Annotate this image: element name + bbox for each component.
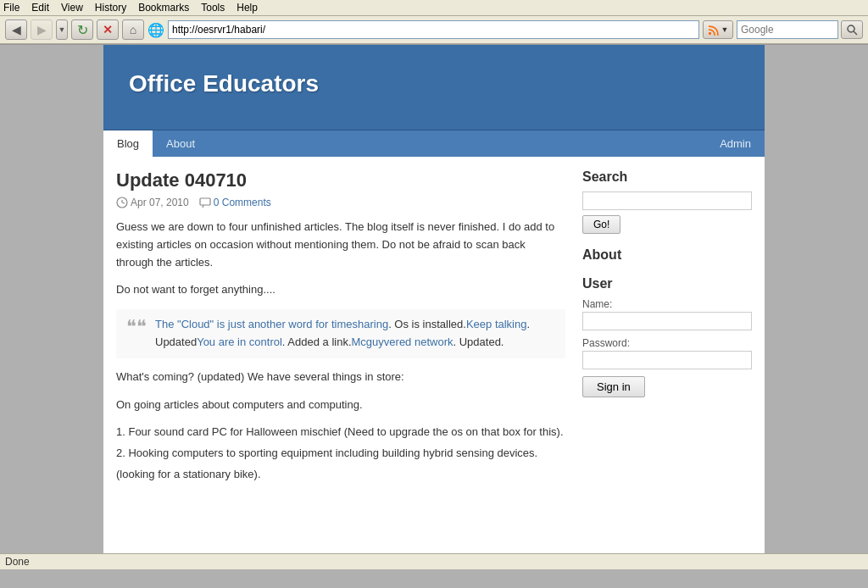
name-input[interactable] xyxy=(582,312,752,330)
sidebar-search-title: Search xyxy=(582,169,752,185)
quote-link-2[interactable]: Keep talking xyxy=(466,318,527,330)
site-header: Office Educators xyxy=(103,45,765,130)
sidebar-user-title: User xyxy=(582,276,752,291)
history-dropdown[interactable]: ▼ xyxy=(56,19,68,40)
clock-icon xyxy=(116,197,128,208)
site-title: Office Educators xyxy=(129,70,748,97)
browser-search-input[interactable] xyxy=(737,20,838,39)
search-bar xyxy=(737,20,863,39)
quote-text-3: . Added a link. xyxy=(282,336,352,348)
post-date: Apr 07, 2010 xyxy=(131,197,189,208)
post-body-2: Do not want to forget anything.... xyxy=(116,281,565,299)
post-item-3: (looking for a stationary bike). xyxy=(116,466,565,484)
signin-button[interactable]: Sign in xyxy=(582,376,645,397)
quote-content: The "Cloud" is just another word for tim… xyxy=(155,316,555,352)
content-wrapper: Update 040710 Apr 07, 2010 0 Comments xyxy=(103,157,765,500)
post-body-4: On going articles about computers and co… xyxy=(116,397,565,414)
svg-rect-0 xyxy=(709,32,711,35)
password-input[interactable] xyxy=(582,351,752,369)
comment-icon xyxy=(199,197,211,208)
name-label: Name: xyxy=(582,298,752,310)
post-item-2: 2. Hooking computers to sporting equipme… xyxy=(116,445,565,463)
sidebar-about-title: About xyxy=(582,247,752,263)
post-meta: Apr 07, 2010 0 Comments xyxy=(116,197,565,208)
home-button[interactable]: ⌂ xyxy=(122,19,144,40)
password-label: Password: xyxy=(582,337,752,349)
main-content: Update 040710 Apr 07, 2010 0 Comments xyxy=(116,169,565,487)
menu-bookmarks[interactable]: Bookmarks xyxy=(138,2,189,14)
menu-bar: File Edit View History Bookmarks Tools H… xyxy=(0,0,868,16)
browser-search-button[interactable] xyxy=(841,20,863,39)
svg-point-1 xyxy=(848,25,854,32)
page-wrapper: Office Educators Blog About Admin Update… xyxy=(103,45,765,553)
search-icon xyxy=(846,24,858,36)
sidebar: Search Go! About User Name: Password: Si… xyxy=(582,169,752,487)
status-bar: Done xyxy=(0,553,868,569)
post-body-3: What's coming? (updated) We have several… xyxy=(116,369,565,386)
sidebar-search-input[interactable] xyxy=(582,191,752,210)
sidebar-user-section: User Name: Password: Sign in xyxy=(582,276,752,397)
browser-chrome: File Edit View History Bookmarks Tools H… xyxy=(0,0,868,45)
menu-help[interactable]: Help xyxy=(236,2,258,14)
address-bar: 🌐 ▼ xyxy=(147,20,733,39)
menu-history[interactable]: History xyxy=(95,2,126,14)
post-item-1: 1. Four sound card PC for Halloween misc… xyxy=(116,424,565,441)
quote-link-1[interactable]: The "Cloud" is just another word for tim… xyxy=(155,318,388,330)
menu-edit[interactable]: Edit xyxy=(31,2,49,14)
rss-button[interactable]: ▼ xyxy=(703,20,733,39)
post-title: Update 040710 xyxy=(116,169,565,191)
quote-text-4: . Updated. xyxy=(453,336,504,348)
back-button[interactable]: ◀ xyxy=(5,19,27,40)
sidebar-about-section: About xyxy=(582,247,752,263)
nav-blog[interactable]: Blog xyxy=(103,130,153,157)
page-icon: 🌐 xyxy=(147,22,164,38)
status-text: Done xyxy=(5,556,30,568)
item-1-text: 1. Four sound card PC for Halloween misc… xyxy=(116,425,564,438)
site-nav: Blog About Admin xyxy=(103,130,765,157)
item-2-text: 2. Hooking computers to sporting equipme… xyxy=(116,447,537,459)
address-input[interactable] xyxy=(168,20,699,39)
stop-button[interactable]: ✕ xyxy=(97,19,119,40)
forward-button[interactable]: ▶ xyxy=(31,19,53,40)
menu-tools[interactable]: Tools xyxy=(201,2,225,14)
sidebar-search-button[interactable]: Go! xyxy=(582,215,620,234)
svg-rect-6 xyxy=(200,198,210,205)
post-comments-icon: 0 Comments xyxy=(199,197,271,208)
sidebar-search-section: Search Go! xyxy=(582,169,752,234)
rss-icon xyxy=(708,23,721,36)
svg-line-5 xyxy=(122,202,125,203)
post-comments[interactable]: 0 Comments xyxy=(214,197,271,208)
reload-button[interactable]: ↻ xyxy=(71,19,93,40)
toolbar: ◀ ▶ ▼ ↻ ✕ ⌂ 🌐 ▼ xyxy=(0,16,868,44)
quote-link-3[interactable]: You are in control xyxy=(197,336,282,348)
item-3-text: (looking for a stationary bike). xyxy=(116,468,261,480)
menu-file[interactable]: File xyxy=(3,2,19,14)
svg-line-2 xyxy=(854,31,857,35)
nav-admin[interactable]: Admin xyxy=(706,130,765,157)
rss-dropdown-arrow: ▼ xyxy=(721,25,729,34)
post-date-icon: Apr 07, 2010 xyxy=(116,197,189,208)
quote-link-4[interactable]: Mcguyvered network xyxy=(352,336,453,348)
quote-marks: ❝❝ xyxy=(126,318,147,352)
post-body-1: Guess we are down to four unfinished art… xyxy=(116,219,565,271)
menu-view[interactable]: View xyxy=(61,2,83,14)
nav-about[interactable]: About xyxy=(153,130,209,157)
blockquote: ❝❝ The "Cloud" is just another word for … xyxy=(116,309,565,358)
quote-text-1: . Os is installed. xyxy=(388,318,466,330)
